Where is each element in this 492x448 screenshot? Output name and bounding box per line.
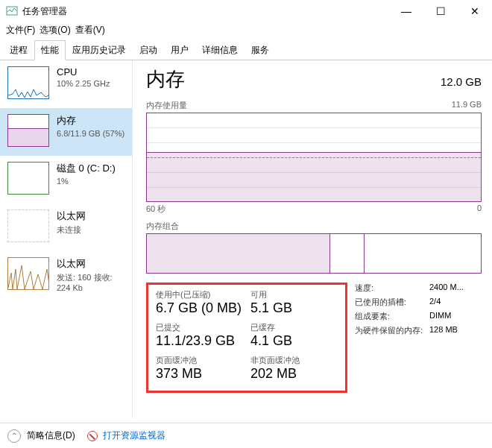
tab-processes[interactable]: 进程 <box>3 40 34 60</box>
reserved-key: 为硬件保留的内存: <box>355 325 429 336</box>
sidebar-item-eth1[interactable]: 以太网 未连接 <box>0 204 132 251</box>
nonpaged-label: 非页面缓冲池 <box>250 355 338 366</box>
inuse-label: 使用中(已压缩) <box>156 289 243 300</box>
resource-monitor-icon <box>87 431 98 441</box>
usage-label: 内存使用量 <box>146 100 187 111</box>
paged-label: 页面缓冲池 <box>156 355 243 366</box>
memory-detail-panel: 内存 12.0 GB 内存使用量 11.9 GB 60 秒 0 内存组合 使用中… <box>133 60 492 418</box>
composition-label: 内存组合 <box>146 221 482 232</box>
taskmgr-icon <box>6 5 18 17</box>
tab-history[interactable]: 应用历史记录 <box>66 40 133 60</box>
close-button[interactable]: ✕ <box>458 0 492 22</box>
slots-val: 2/4 <box>429 297 482 308</box>
memory-sub: 6.8/11.9 GB (57%) <box>57 129 124 138</box>
cpu-thumb <box>7 66 49 99</box>
speed-key: 速度: <box>355 283 429 294</box>
main-area: CPU 10% 2.25 GHz 内存 6.8/11.9 GB (57%) 磁盘… <box>0 60 492 418</box>
avail-value: 5.1 GB <box>250 300 338 316</box>
commit-label: 已提交 <box>156 322 243 333</box>
tab-details[interactable]: 详细信息 <box>195 40 245 60</box>
xaxis-right: 0 <box>477 204 482 215</box>
collapse-icon[interactable]: ⌃ <box>7 429 21 443</box>
eth1-thumb <box>7 209 49 242</box>
cpu-sub: 10% 2.25 GHz <box>57 79 110 88</box>
tab-users[interactable]: 用户 <box>164 40 195 60</box>
titlebar: 任务管理器 — ☐ ✕ <box>0 0 492 22</box>
disk-title: 磁盘 0 (C: D:) <box>57 162 116 175</box>
memory-stats-box: 使用中(已压缩) 6.7 GB (0 MB) 可用 5.1 GB 已提交 11.… <box>146 283 347 393</box>
speed-val: 2400 M... <box>429 283 482 294</box>
memory-usage-chart <box>146 113 482 202</box>
xaxis-left: 60 秒 <box>146 204 165 215</box>
sidebar-item-cpu[interactable]: CPU 10% 2.25 GHz <box>0 60 132 108</box>
eth1-title: 以太网 <box>57 209 86 223</box>
cpu-title: CPU <box>57 66 110 78</box>
usage-max: 11.9 GB <box>452 100 482 111</box>
paged-value: 373 MB <box>156 366 243 382</box>
sidebar-item-eth2[interactable]: 以太网 发送: 160 接收: 224 Kb <box>0 251 132 299</box>
detail-title: 内存 <box>146 66 185 92</box>
tab-performance[interactable]: 性能 <box>34 40 66 60</box>
eth2-thumb <box>7 257 49 290</box>
detail-total: 12.0 GB <box>441 75 482 88</box>
cached-value: 4.1 GB <box>250 333 338 349</box>
nonpaged-value: 202 MB <box>250 366 338 382</box>
eth2-title: 以太网 <box>57 257 126 271</box>
tab-startup[interactable]: 启动 <box>133 40 164 60</box>
window-title: 任务管理器 <box>22 5 67 18</box>
disk-thumb <box>7 162 49 195</box>
eth1-sub: 未连接 <box>57 224 86 236</box>
maximize-button[interactable]: ☐ <box>423 0 458 22</box>
perf-sidebar: CPU 10% 2.25 GHz 内存 6.8/11.9 GB (57%) 磁盘… <box>0 60 133 418</box>
menubar: 文件(F) 选项(O) 查看(V) <box>0 22 492 40</box>
menu-view[interactable]: 查看(V) <box>75 24 105 37</box>
inuse-value: 6.7 GB (0 MB) <box>156 300 243 316</box>
tabstrip: 进程 性能 应用历史记录 启动 用户 详细信息 服务 <box>0 40 492 60</box>
form-key: 组成要素: <box>355 311 429 322</box>
menu-file[interactable]: 文件(F) <box>6 24 35 37</box>
cached-label: 已缓存 <box>250 322 338 333</box>
memory-composition-chart <box>146 233 482 274</box>
avail-label: 可用 <box>250 289 338 300</box>
commit-value: 11.1/23.9 GB <box>156 333 243 349</box>
footer: ⌃ 简略信息(D) 打开资源监视器 <box>0 423 492 448</box>
reserved-val: 128 MB <box>429 325 482 336</box>
sidebar-item-disk[interactable]: 磁盘 0 (C: D:) 1% <box>0 156 132 204</box>
slots-key: 已使用的插槽: <box>355 297 429 308</box>
sidebar-item-memory[interactable]: 内存 6.8/11.9 GB (57%) <box>0 108 132 156</box>
menu-options[interactable]: 选项(O) <box>40 24 70 37</box>
memory-info-list: 速度: 2400 M... 已使用的插槽: 2/4 组成要素: DIMM 为硬件… <box>355 283 482 393</box>
eth2-sub: 发送: 160 接收: 224 Kb <box>57 272 126 292</box>
disk-sub: 1% <box>57 177 116 186</box>
form-val: DIMM <box>429 311 482 322</box>
memory-title: 内存 <box>57 114 124 127</box>
brief-info-link[interactable]: 简略信息(D) <box>27 429 75 442</box>
tab-services[interactable]: 服务 <box>245 40 276 60</box>
open-resource-monitor-link[interactable]: 打开资源监视器 <box>103 430 165 441</box>
minimize-button[interactable]: — <box>389 0 423 22</box>
memory-thumb <box>7 114 49 147</box>
